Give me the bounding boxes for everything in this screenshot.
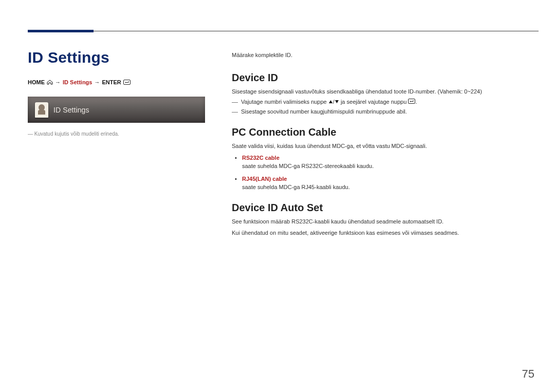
svg-rect-0	[123, 80, 130, 85]
home-icon	[47, 79, 53, 85]
section-heading-auto-set: Device ID Auto Set	[232, 202, 530, 214]
list-item-desc: saate suhelda MDC-ga RJ45-kaabli kaudu.	[242, 184, 350, 190]
note-content: Vajutage numbri valimiseks nuppe / ja se…	[241, 99, 417, 105]
page-title: ID Settings	[28, 49, 205, 66]
left-column: ID Settings HOME → ID Settings → ENTER I…	[28, 49, 205, 137]
auto-set-p1: See funktsioon määrab RS232C-kaabli kaud…	[232, 218, 530, 226]
ui-screenshot-panel: ID Settings	[28, 97, 205, 123]
right-column: Määrake komplektile ID. Device ID Sisest…	[232, 51, 530, 237]
svg-rect-1	[409, 99, 415, 103]
horizontal-rule	[28, 31, 539, 31]
footnote-text: Kuvatud kujutis võib mudeliti erineda.	[34, 131, 119, 137]
breadcrumb-home: HOME	[28, 79, 45, 85]
list-item-desc: saate suhelda MDC-ga RS232C-stereokaabli…	[242, 163, 374, 169]
pc-cable-list: RS232C cable saate suhelda MDC-ga RS232C…	[232, 154, 530, 192]
note2-text: Sisestage soovitud number kaugjuhtimispu…	[241, 108, 407, 115]
note1-part-a: Vajutage numbri valimiseks nuppe	[241, 99, 327, 105]
note-dash-icon: ―	[232, 99, 238, 106]
section-heading-device-id: Device ID	[232, 72, 530, 84]
intro-text: Määrake komplektile ID.	[232, 51, 530, 60]
enter-small-icon	[408, 99, 415, 104]
page-number: 75	[522, 367, 534, 381]
list-item: RJ45(LAN) cable saate suhelda MDC-ga RJ4…	[242, 175, 530, 192]
footnote-dash: ―	[28, 131, 34, 137]
panel-label: ID Settings	[53, 106, 89, 114]
breadcrumb: HOME → ID Settings → ENTER	[28, 79, 205, 85]
section-heading-pc-cable: PC Connection Cable	[232, 126, 530, 138]
breadcrumb-current: ID Settings	[63, 79, 92, 85]
footnote-left: ― Kuvatud kujutis võib mudeliti erineda.	[28, 131, 205, 137]
device-id-note-2: ― Sisestage soovitud number kaugjuhtimis…	[232, 108, 530, 116]
list-item: RS232C cable saate suhelda MDC-ga RS232C…	[242, 154, 530, 171]
up-arrow-icon	[328, 100, 333, 104]
breadcrumb-arrow-1: →	[55, 79, 61, 85]
enter-icon	[123, 79, 131, 85]
id-badge-icon	[35, 102, 48, 118]
device-id-note-1: ― Vajutage numbri valimiseks nuppe / ja …	[232, 99, 530, 106]
down-arrow-icon	[335, 100, 339, 104]
breadcrumb-arrow-2: →	[94, 79, 100, 85]
device-id-desc: Sisestage sisendsignaali vastuvõtuks sis…	[232, 88, 530, 96]
accent-rule	[28, 30, 94, 32]
note1-part-c: ja seejärel vajutage nuppu	[341, 99, 406, 105]
list-item-title: RS232C cable	[242, 154, 530, 162]
list-item-title: RJ45(LAN) cable	[242, 175, 530, 183]
note-dash-icon: ―	[232, 108, 238, 116]
breadcrumb-enter: ENTER	[102, 79, 121, 85]
auto-set-p2: Kui ühendatud on mitu seadet, aktiveerig…	[232, 229, 530, 237]
note1-part-d: .	[415, 99, 417, 105]
pc-cable-desc: Saate valida viisi, kuidas luua ühendust…	[232, 142, 530, 151]
